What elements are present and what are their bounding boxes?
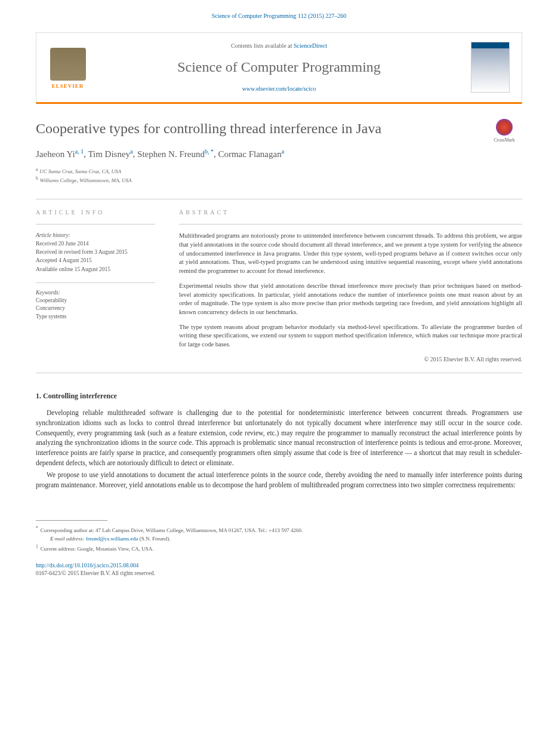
divider	[36, 373, 522, 373]
journal-header: ELSEVIER Contents lists available at Sci…	[36, 32, 522, 104]
email-footnote: E-mail address: freund@cs.williams.edu (…	[36, 535, 522, 543]
history-item: Received in revised form 3 August 2015	[36, 248, 155, 256]
author: Cormac Flanagana	[218, 149, 284, 159]
keyword: Concurrency	[36, 305, 155, 312]
affiliations: aUC Santa Cruz, Santa Cruz, CA, USA bWil…	[36, 167, 522, 184]
author: Stephen N. Freundb, *	[137, 149, 214, 159]
keyword: Cooperability	[36, 297, 155, 305]
author-list: Jaeheon Yia, 1, Tim Disneya, Stephen N. …	[36, 147, 522, 161]
publisher-name: ELSEVIER	[52, 82, 84, 90]
section-title: 1. Controlling interference	[36, 391, 522, 401]
contents-available: Contents lists available at ScienceDirec…	[99, 42, 459, 50]
journal-url[interactable]: www.elsevier.com/locate/scico	[99, 85, 459, 93]
abstract-paragraph: Multithreaded programs are notoriously p…	[179, 232, 522, 275]
article-title: Cooperative types for controlling thread…	[36, 119, 522, 139]
citation-header: Science of Computer Programming 112 (201…	[0, 0, 558, 26]
divider	[36, 224, 155, 225]
abstract-paragraph: The type system reasons about program be…	[179, 323, 522, 349]
crossmark-icon	[496, 119, 513, 136]
history-item: Available online 15 August 2015	[36, 266, 155, 273]
abstract-paragraph: Experimental results show that yield ann…	[179, 282, 522, 317]
history-label: Article history:	[36, 232, 155, 239]
journal-cover-thumbnail	[471, 42, 510, 93]
keyword: Type systems	[36, 313, 155, 321]
publisher-logo: ELSEVIER	[48, 45, 87, 90]
crossmark-label: CrossMark	[494, 137, 515, 143]
journal-title: Science of Computer Programming	[99, 57, 459, 78]
affiliation: bWilliams College, Williamstown, MA, USA	[36, 176, 522, 185]
current-address-footnote: 1Current address: Google, Mountain View,…	[36, 544, 522, 553]
body-paragraph: Developing reliable multithreaded softwa…	[36, 408, 522, 468]
email-link[interactable]: freund@cs.williams.edu	[86, 536, 138, 542]
footnote-divider	[36, 520, 107, 521]
doi-link[interactable]: http://dx.doi.org/10.1016/j.scico.2015.0…	[36, 562, 522, 570]
footer-copyright: 0167-6423/© 2015 Elsevier B.V. All right…	[36, 570, 522, 577]
article-info-header: ARTICLE INFO	[36, 208, 155, 217]
crossmark-badge[interactable]: CrossMark	[486, 119, 522, 143]
keywords-label: Keywords:	[36, 282, 155, 297]
history-item: Received 20 June 2014	[36, 240, 155, 248]
abstract-header: ABSTRACT	[179, 208, 522, 217]
divider	[36, 199, 522, 199]
sciencedirect-link[interactable]: ScienceDirect	[294, 42, 327, 49]
elsevier-tree-icon	[50, 48, 86, 81]
history-item: Accepted 4 August 2015	[36, 257, 155, 265]
author: Jaeheon Yia, 1	[36, 149, 84, 159]
corresponding-author-footnote: *Corresponding author at: 47 Lab Campus …	[36, 525, 522, 534]
affiliation: aUC Santa Cruz, Santa Cruz, CA, USA	[36, 167, 522, 176]
body-paragraph: We propose to use yield annotations to d…	[36, 470, 522, 490]
contents-prefix: Contents lists available at	[231, 42, 294, 49]
divider	[179, 224, 522, 225]
author: Tim Disneya	[88, 149, 132, 159]
abstract-copyright: © 2015 Elsevier B.V. All rights reserved…	[179, 355, 522, 364]
